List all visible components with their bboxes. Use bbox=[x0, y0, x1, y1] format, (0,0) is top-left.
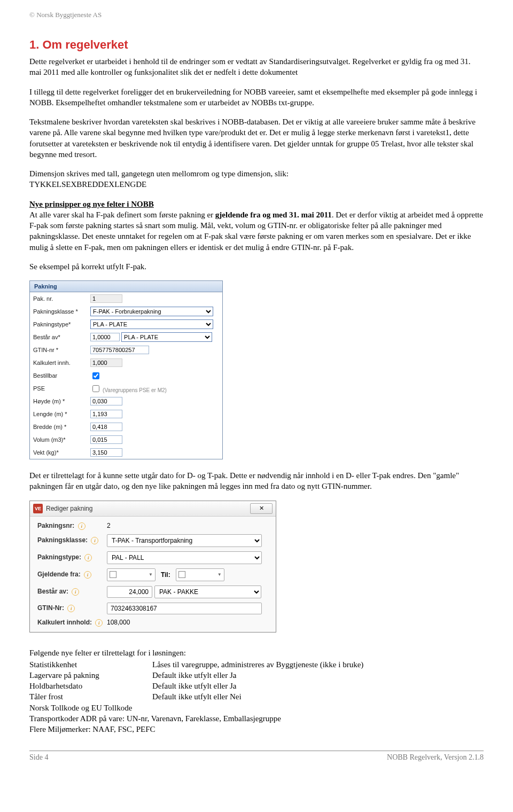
field-desc: Låses til varegruppe, administreres av B… bbox=[152, 659, 363, 670]
paragraph-8: Følgende nye felter er tilrettelagt for … bbox=[29, 649, 484, 658]
input-bredde[interactable] bbox=[90, 423, 122, 431]
paragraph-3: Tekstmalene beskriver hvordan varetekste… bbox=[29, 116, 484, 160]
field-name: Flere Miljømerker: NAAF, FSC, PEFC bbox=[29, 724, 363, 735]
field-name: Transportkoder ADR på vare: UN-nr, Varen… bbox=[29, 713, 363, 724]
select-bestar-unit[interactable]: PLA - PLATE bbox=[121, 332, 212, 342]
paragraph-5: Nye prinsipper og nye felter i NOBB At a… bbox=[29, 199, 484, 253]
label-vekt: Vekt (kg)* bbox=[30, 446, 87, 459]
label-bestar: Består av* bbox=[30, 331, 87, 343]
dlabel-paknr: Pakningsnr: bbox=[37, 522, 74, 529]
value-paknr: 2 bbox=[107, 522, 111, 529]
input-paknr[interactable] bbox=[90, 294, 122, 303]
dlabel-kalk: Kalkulert innhold: bbox=[37, 619, 92, 626]
info-icon[interactable]: i bbox=[72, 588, 79, 596]
dlabel-gjeldende: Gjeldende fra: bbox=[37, 571, 81, 578]
dialog-title: Rediger pakning bbox=[46, 505, 250, 512]
label-kalk: Kalkulert innh. bbox=[30, 356, 87, 369]
input-vekt[interactable] bbox=[90, 448, 122, 457]
dlabel-paktype: Pakningstype: bbox=[37, 553, 81, 561]
checkbox-bestillbar[interactable] bbox=[92, 372, 99, 379]
pakning-form-title: Pakning bbox=[30, 281, 222, 292]
copyright-text: © Norsk Byggtjeneste AS bbox=[29, 11, 484, 19]
dlabel-pakklasse: Pakningsklasse: bbox=[37, 536, 88, 544]
paragraph-5a: At alle varer skal ha F-pak definert som… bbox=[29, 210, 215, 219]
chevron-down-icon: ▼ bbox=[149, 572, 153, 577]
label-paktype: Pakningstype* bbox=[30, 318, 87, 331]
app-icon: VE bbox=[33, 504, 43, 513]
input-hoyde[interactable] bbox=[90, 397, 122, 405]
label-bestillbar: Bestillbar bbox=[30, 369, 87, 382]
field-desc: Default ikke utfylt eller Nei bbox=[152, 691, 363, 702]
chevron-down-icon: ▼ bbox=[217, 572, 222, 577]
info-icon[interactable]: i bbox=[95, 619, 103, 627]
pse-note: (Varegruppens PSE er M2) bbox=[103, 387, 167, 393]
page-footer: Side 4 NOBB Regelverk, Versjon 2.1.8 bbox=[29, 753, 484, 767]
select-pakklasse[interactable]: F-PAK - Forbrukerpakning bbox=[90, 307, 213, 316]
label-hoyde: Høyde (m) * bbox=[30, 395, 87, 408]
input-gtin[interactable] bbox=[90, 346, 149, 354]
field-name: Tåler frost bbox=[29, 691, 152, 702]
footer-left: Side 4 bbox=[29, 753, 48, 762]
info-icon[interactable]: i bbox=[91, 537, 98, 544]
paragraph-2: I tillegg til dette regelverket foreligg… bbox=[29, 87, 484, 108]
checkbox-pse[interactable] bbox=[92, 385, 99, 392]
field-desc: Default ikke utfylt eller Ja bbox=[152, 670, 363, 681]
pakning-form: Pakning Pak. nr. Pakningsklasse * F-PAK … bbox=[29, 280, 223, 459]
dialog-titlebar: VE Rediger pakning ✕ bbox=[30, 501, 276, 517]
paragraph-4b: TYKKELSEXBREDDEXLENGDE bbox=[29, 180, 146, 189]
select-paktype[interactable]: PLA - PLATE bbox=[90, 319, 213, 329]
info-icon[interactable]: i bbox=[84, 554, 92, 561]
label-lengde: Lengde (m) * bbox=[30, 408, 87, 420]
input-volum[interactable] bbox=[90, 435, 122, 444]
label-volum: Volum (m3)* bbox=[30, 433, 87, 446]
paragraph-7: Det er tilrettelagt for å kunne sette ut… bbox=[29, 470, 484, 492]
footer-rule bbox=[29, 751, 484, 751]
dlabel-gtin: GTIN-Nr: bbox=[37, 604, 64, 612]
select-d-pakklasse[interactable]: T-PAK - Transportforpakning bbox=[107, 534, 262, 547]
label-bredde: Bredde (m) * bbox=[30, 420, 87, 433]
info-icon[interactable]: i bbox=[67, 605, 75, 612]
new-fields-table: StatistikkenhetLåses til varegruppe, adm… bbox=[29, 659, 363, 735]
field-name: Statistikkenhet bbox=[29, 659, 152, 670]
document-page: © Norsk Byggtjeneste AS 1. Om regelverke… bbox=[0, 0, 513, 778]
select-d-paktype[interactable]: PAL - PALL bbox=[107, 551, 262, 564]
label-gtin: GTIN-nr * bbox=[30, 343, 87, 356]
field-name: Holdbarhetsdato bbox=[29, 681, 152, 691]
rediger-pakning-dialog: VE Rediger pakning ✕ Pakningsnr: i 2 Pak… bbox=[29, 501, 276, 633]
dlabel-bestar: Består av: bbox=[37, 588, 68, 595]
input-bestar-qty[interactable] bbox=[90, 333, 120, 341]
paragraph-4: Dimensjon skrives med tall, gangetegn ut… bbox=[29, 168, 484, 190]
input-kalk[interactable] bbox=[90, 358, 122, 367]
footer-right: NOBB Regelverk, Versjon 2.1.8 bbox=[387, 753, 484, 762]
info-icon[interactable]: i bbox=[78, 522, 86, 530]
close-icon: ✕ bbox=[259, 505, 264, 512]
date-to[interactable]: ▼ bbox=[176, 568, 224, 581]
date-from[interactable]: ▼ bbox=[107, 568, 156, 581]
select-d-bestar-unit[interactable]: PAK - PAKKE bbox=[154, 585, 261, 598]
sub-heading: Nye prinsipper og nye felter i NOBB bbox=[29, 200, 154, 208]
close-button[interactable]: ✕ bbox=[250, 503, 273, 514]
label-paknr: Pak. nr. bbox=[30, 292, 87, 305]
label-pse: PSE bbox=[30, 382, 87, 395]
field-name: Lagervare på pakning bbox=[29, 670, 152, 681]
info-icon[interactable]: i bbox=[84, 571, 91, 579]
input-d-bestar-qty[interactable] bbox=[107, 586, 152, 598]
label-pakklasse: Pakningsklasse * bbox=[30, 305, 87, 318]
input-d-gtin[interactable] bbox=[107, 603, 262, 614]
paragraph-1: Dette regelverket er utarbeidet i henhol… bbox=[29, 56, 484, 78]
paragraph-5b: gjeldende fra og med 31. mai 2011 bbox=[215, 210, 332, 219]
field-desc: Default ikke utfylt eller Ja bbox=[152, 681, 363, 691]
paragraph-4a: Dimensjon skrives med tall, gangetegn ut… bbox=[29, 169, 289, 178]
dlabel-til: Til: bbox=[161, 571, 170, 579]
input-lengde[interactable] bbox=[90, 410, 122, 418]
field-name: Norsk Tollkode og EU Tollkode bbox=[29, 702, 363, 713]
paragraph-6: Se eksempel på korrekt utfylt F-pak. bbox=[29, 261, 484, 272]
section-heading: 1. Om regelverket bbox=[29, 38, 484, 52]
value-kalk: 108,000 bbox=[107, 619, 130, 626]
